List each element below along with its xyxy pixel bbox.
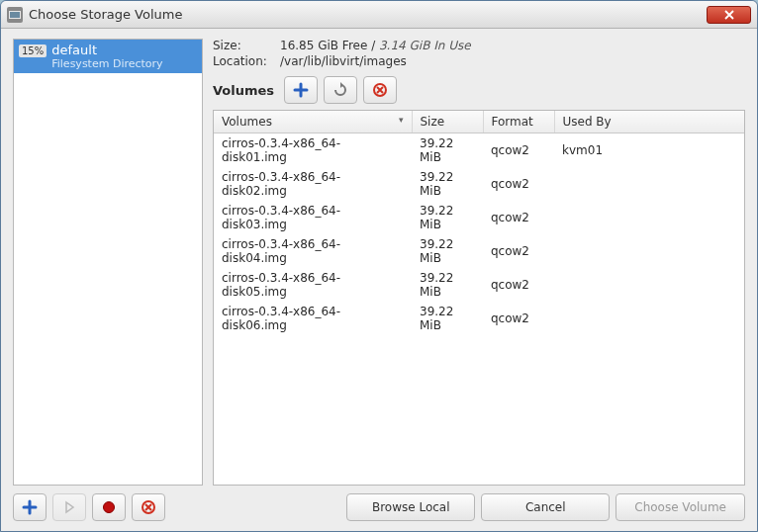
column-label: Used By <box>563 115 612 129</box>
cell-size: 39.22 MiB <box>412 201 483 234</box>
column-label: Volumes <box>222 115 272 129</box>
cell-used_by <box>554 201 744 234</box>
cell-used_by <box>554 234 744 268</box>
window-title: Choose Storage Volume <box>29 7 707 22</box>
size-inuse: 3.14 GiB In Use <box>379 39 471 52</box>
size-label: Size: <box>213 39 280 52</box>
add-pool-button[interactable] <box>13 493 47 521</box>
column-label: Format <box>492 115 533 129</box>
cell-name: cirros-0.3.4-x86_64-disk06.img <box>214 302 412 335</box>
delete-icon <box>141 499 156 515</box>
cell-size: 39.22 MiB <box>412 167 483 201</box>
sort-indicator-icon: ▾ <box>399 115 404 125</box>
start-pool-button[interactable] <box>52 493 86 521</box>
table-row[interactable]: cirros-0.3.4-x86_64-disk05.img39.22 MiBq… <box>214 268 744 302</box>
close-icon <box>724 10 734 20</box>
cell-name: cirros-0.3.4-x86_64-disk02.img <box>214 167 412 201</box>
pool-buttons <box>13 493 165 521</box>
plus-icon <box>293 82 309 98</box>
delete-icon <box>372 82 388 98</box>
volumes-table-wrap[interactable]: Volumes▾ Size Format Used By cirros-0.3.… <box>213 110 745 486</box>
location-label: Location: <box>213 54 280 68</box>
stop-icon <box>101 499 117 515</box>
column-header-volumes[interactable]: Volumes▾ <box>214 111 412 133</box>
column-header-format[interactable]: Format <box>483 111 554 133</box>
cell-format: qcow2 <box>483 268 554 302</box>
pool-usage-percent: 15% <box>19 44 47 57</box>
dialog-body: 15% default Filesystem Directory Size: 1… <box>1 29 757 531</box>
pool-text: default Filesystem Directory <box>51 43 162 70</box>
volumes-label: Volumes <box>213 83 274 98</box>
footer: Browse Local Cancel Choose Volume <box>13 493 745 521</box>
cancel-button[interactable]: Cancel <box>481 493 610 521</box>
cell-format: qcow2 <box>483 302 554 335</box>
cell-used_by <box>554 302 744 335</box>
pool-item-default[interactable]: 15% default Filesystem Directory <box>14 40 202 73</box>
pool-subtitle: Filesystem Directory <box>51 57 162 70</box>
size-free: 16.85 GiB Free <box>280 39 367 52</box>
table-row[interactable]: cirros-0.3.4-x86_64-disk03.img39.22 MiBq… <box>214 201 744 234</box>
size-row: Size: 16.85 GiB Free / 3.14 GiB In Use <box>213 39 745 52</box>
refresh-volume-button[interactable] <box>324 76 357 104</box>
cell-format: qcow2 <box>483 133 554 168</box>
column-header-usedby[interactable]: Used By <box>554 111 744 133</box>
location-value: /var/lib/libvirt/images <box>280 54 407 68</box>
right-pane: Size: 16.85 GiB Free / 3.14 GiB In Use L… <box>213 39 745 486</box>
button-label: Cancel <box>525 500 566 514</box>
svg-rect-1 <box>10 12 20 18</box>
table-row[interactable]: cirros-0.3.4-x86_64-disk04.img39.22 MiBq… <box>214 234 744 268</box>
titlebar: Choose Storage Volume <box>1 1 757 29</box>
cell-used_by <box>554 167 744 201</box>
button-label: Choose Volume <box>634 500 726 514</box>
button-label: Browse Local <box>372 500 450 514</box>
cell-size: 39.22 MiB <box>412 268 483 302</box>
cell-used_by: kvm01 <box>554 133 744 168</box>
choose-volume-button[interactable]: Choose Volume <box>616 493 745 521</box>
table-row[interactable]: cirros-0.3.4-x86_64-disk06.img39.22 MiBq… <box>214 302 744 335</box>
svg-point-3 <box>104 502 115 513</box>
close-button[interactable] <box>707 6 751 24</box>
add-volume-button[interactable] <box>284 76 318 104</box>
cell-size: 39.22 MiB <box>412 133 483 168</box>
cell-format: qcow2 <box>483 167 554 201</box>
play-icon <box>61 499 77 515</box>
cell-size: 39.22 MiB <box>412 302 483 335</box>
cell-name: cirros-0.3.4-x86_64-disk04.img <box>214 234 412 268</box>
info-block: Size: 16.85 GiB Free / 3.14 GiB In Use L… <box>213 39 745 70</box>
cell-format: qcow2 <box>483 234 554 268</box>
cell-used_by <box>554 268 744 302</box>
cell-name: cirros-0.3.4-x86_64-disk03.img <box>214 201 412 234</box>
table-row[interactable]: cirros-0.3.4-x86_64-disk01.img39.22 MiBq… <box>214 133 744 168</box>
column-label: Size <box>421 115 445 129</box>
delete-pool-button[interactable] <box>132 493 165 521</box>
cell-name: cirros-0.3.4-x86_64-disk01.img <box>214 133 412 168</box>
dialog-window: Choose Storage Volume 15% default Filesy… <box>0 0 758 532</box>
cell-size: 39.22 MiB <box>412 234 483 268</box>
location-row: Location: /var/lib/libvirt/images <box>213 54 745 68</box>
delete-volume-button[interactable] <box>363 76 397 104</box>
cell-format: qcow2 <box>483 201 554 234</box>
stop-pool-button[interactable] <box>92 493 126 521</box>
volumes-table: Volumes▾ Size Format Used By cirros-0.3.… <box>214 111 744 335</box>
refresh-icon <box>332 82 348 98</box>
main-area: 15% default Filesystem Directory Size: 1… <box>13 39 745 486</box>
cell-name: cirros-0.3.4-x86_64-disk05.img <box>214 268 412 302</box>
browse-local-button[interactable]: Browse Local <box>346 493 475 521</box>
plus-icon <box>22 499 38 515</box>
volumes-toolbar: Volumes <box>213 76 745 104</box>
size-sep: / <box>367 39 379 52</box>
column-header-size[interactable]: Size <box>412 111 483 133</box>
pool-name: default <box>51 43 162 57</box>
size-value: 16.85 GiB Free / 3.14 GiB In Use <box>280 39 471 52</box>
app-icon <box>7 7 23 23</box>
pool-list[interactable]: 15% default Filesystem Directory <box>13 39 203 486</box>
table-row[interactable]: cirros-0.3.4-x86_64-disk02.img39.22 MiBq… <box>214 167 744 201</box>
